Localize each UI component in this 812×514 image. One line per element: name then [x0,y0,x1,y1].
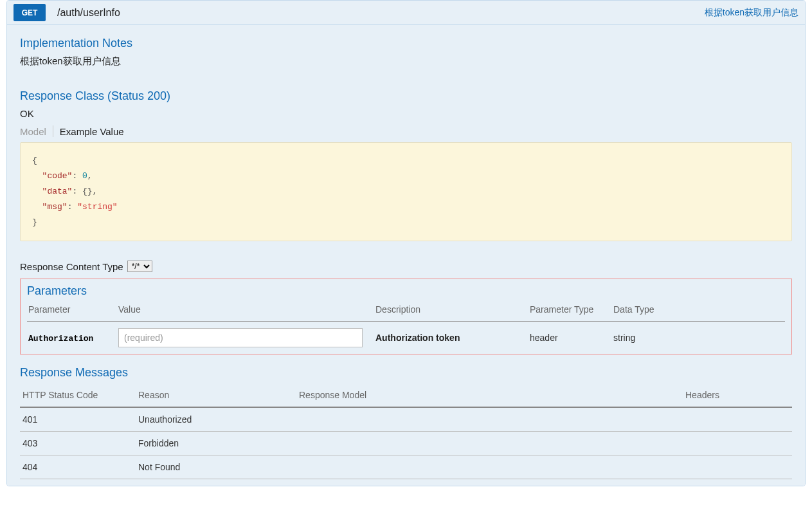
response-row: 404 Not Found [20,455,792,479]
implementation-notes-text: 根据token获取用户信息 [20,55,792,68]
response-model [296,407,683,432]
th-parameter: Parameter [27,302,117,322]
parameters-header-row: Parameter Value Description Parameter Ty… [27,302,785,322]
response-tabs: Model Example Value [20,125,792,137]
operation-body: Implementation Notes 根据token获取用户信息 Respo… [7,25,805,486]
operation-panel: GET /auth/userInfo 根据token获取用户信息 Impleme… [6,0,806,486]
operation-header[interactable]: GET /auth/userInfo 根据token获取用户信息 [7,1,805,25]
response-reason: Unauthorized [136,407,296,432]
response-code: 403 [20,432,136,455]
response-row: 401 Unauthorized [20,407,792,432]
response-messages-table: HTTP Status Code Reason Response Model H… [20,385,792,479]
tab-separator [53,125,53,137]
response-messages-heading: Response Messages [20,366,792,380]
response-model [296,432,683,455]
response-content-type-select[interactable]: */* [127,261,152,272]
param-description: Authorization token [375,333,460,343]
json-key-code: "code" [42,171,73,181]
response-content-type-row: Response Content Type */* [20,261,792,272]
json-val-data: {} [82,187,93,196]
response-row: 403 Forbidden [20,432,792,455]
param-type: header [530,333,558,343]
th-response-model: Response Model [296,385,683,407]
parameters-box: Parameters Parameter Value Description P… [20,279,792,354]
th-description: Description [374,302,528,322]
example-json-block[interactable]: { "code": 0, "data": {}, "msg": "string"… [20,142,792,241]
response-headers [683,455,792,479]
implementation-notes-heading: Implementation Notes [20,37,792,50]
response-reason: Forbidden [136,432,296,455]
response-content-type-label: Response Content Type [20,261,123,272]
response-code: 404 [20,455,136,479]
response-code: 401 [20,407,136,432]
http-method-badge: GET [14,4,46,21]
param-value-input[interactable] [118,328,363,347]
param-name: Authorization [28,334,93,344]
response-reason: Not Found [136,455,296,479]
th-reason: Reason [136,385,296,407]
th-http-status-code: HTTP Status Code [20,385,136,407]
th-value: Value [117,302,374,322]
endpoint-summary[interactable]: 根据token获取用户信息 [705,7,798,19]
response-headers [683,432,792,455]
tab-example-value[interactable]: Example Value [60,126,124,137]
th-parameter-type: Parameter Type [528,302,612,322]
response-class-heading: Response Class (Status 200) [20,89,792,103]
response-headers [683,407,792,432]
response-class-status: OK [20,108,792,119]
param-data-type: string [613,333,635,343]
response-messages-header-row: HTTP Status Code Reason Response Model H… [20,385,792,407]
json-val-code: 0 [82,171,87,181]
parameters-heading: Parameters [27,284,785,298]
response-model [296,455,683,479]
tab-model[interactable]: Model [20,126,46,137]
parameter-row: Authorization Authorization token header… [27,322,785,348]
th-data-type: Data Type [612,302,785,322]
json-val-msg: "string" [77,202,117,212]
th-headers: Headers [683,385,792,407]
json-key-data: "data" [42,187,73,196]
parameters-table: Parameter Value Description Parameter Ty… [27,302,785,347]
endpoint-path[interactable]: /auth/userInfo [57,7,120,19]
json-key-msg: "msg" [42,202,68,212]
